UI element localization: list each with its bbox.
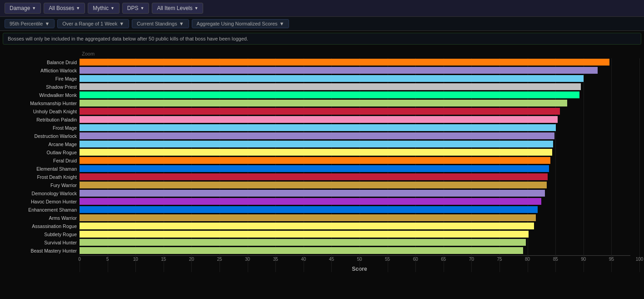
bar-row: Demonology Warlock [5, 189, 639, 197]
zoom-label: Zoom [82, 51, 639, 56]
bar-track [80, 190, 630, 197]
percentile-arrow-icon: ▼ [45, 21, 50, 26]
all-bosses-label: All Bosses [49, 5, 74, 11]
bar-row: Assassination Rogue [5, 222, 639, 230]
bar-track [80, 116, 630, 123]
bar-row: Outlaw Rogue [5, 148, 639, 156]
bar-row: Retribution Paladin [5, 116, 639, 123]
x-tick-label: 40 [301, 257, 306, 262]
x-tick-label: 85 [553, 257, 558, 262]
info-bar: Bosses will only be included in the aggr… [3, 33, 641, 45]
grid-line [639, 58, 640, 272]
bar-row: Havoc Demon Hunter [5, 198, 639, 205]
bar-fill [80, 124, 556, 131]
bar-row: Arcane Mage [5, 140, 639, 148]
bar-fill [80, 132, 554, 139]
bar-track [80, 108, 630, 115]
x-tick-label: 0 [78, 257, 81, 262]
standings-label: Current Standings [137, 21, 177, 26]
chart-container: Zoom Balance DruidAffliction WarlockFire… [0, 46, 644, 286]
bar-row: Subtlety Rogue [5, 230, 639, 238]
filter-bar: 95th Percentile ▼ Over a Range of 1 Week… [0, 17, 644, 31]
top-navigation: Damage ▼ All Bosses ▼ Mythic ▼ DPS ▼ All… [0, 0, 644, 17]
bar-label: Arcane Mage [5, 142, 80, 147]
damage-button[interactable]: Damage ▼ [5, 3, 41, 14]
bar-label: Arms Warrior [5, 215, 80, 221]
bar-label: Elemental Shaman [5, 166, 80, 172]
x-tick-label: 75 [497, 257, 502, 262]
all-item-levels-button[interactable]: All Item Levels ▼ [152, 3, 203, 14]
x-tick-label: 55 [385, 257, 390, 262]
x-tick-label: 95 [609, 257, 614, 262]
x-tick-label: 10 [133, 257, 138, 262]
bar-fill [80, 214, 536, 221]
bar-label: Unholy Death Knight [5, 109, 80, 114]
bar-fill [80, 198, 541, 205]
bar-fill [80, 206, 538, 213]
bar-fill [80, 100, 567, 106]
dps-arrow-icon: ▼ [140, 6, 145, 10]
bar-fill [80, 239, 526, 246]
bar-row: Unholy Death Knight [5, 107, 639, 115]
x-tick-label: 70 [469, 257, 474, 262]
x-tick-label: 100 [636, 257, 644, 262]
bar-row: Enhancement Shaman [5, 206, 639, 213]
mythic-button[interactable]: Mythic ▼ [88, 3, 120, 14]
bar-label: Retribution Paladin [5, 117, 80, 122]
bar-label: Fire Mage [5, 76, 80, 81]
all-bosses-button[interactable]: All Bosses ▼ [44, 3, 85, 14]
bar-fill [80, 173, 548, 180]
x-tick-label: 80 [525, 257, 530, 262]
bar-track [80, 67, 630, 74]
bar-track [80, 247, 630, 254]
bar-label: Shadow Priest [5, 84, 80, 90]
bar-track [80, 223, 630, 229]
bar-fill [80, 190, 545, 197]
x-tick-label: 5 [106, 257, 109, 262]
x-axis-label: Score [80, 266, 639, 272]
bar-fill [80, 141, 553, 147]
bar-label: Destruction Warlock [5, 133, 80, 139]
bar-label: Subtlety Rogue [5, 232, 80, 237]
percentile-filter[interactable]: 95th Percentile ▼ [5, 19, 55, 28]
x-tick-label: 50 [357, 257, 362, 262]
x-ticks-row: 0510152025303540455055606570758085909510… [80, 256, 630, 264]
bar-row: Destruction Warlock [5, 132, 639, 140]
bar-track [80, 182, 630, 188]
bar-track [80, 165, 630, 172]
x-tick-label: 60 [413, 257, 418, 262]
bar-fill [80, 59, 609, 66]
bar-label: Balance Druid [5, 60, 80, 65]
bar-track [80, 149, 630, 156]
x-tick-label: 25 [217, 257, 222, 262]
bar-label: Havoc Demon Hunter [5, 199, 80, 204]
bar-track [80, 231, 630, 238]
bar-label: Frost Death Knight [5, 174, 80, 180]
bar-track [80, 206, 630, 213]
bar-track [80, 239, 630, 246]
time-range-filter[interactable]: Over a Range of 1 Week ▼ [57, 19, 129, 28]
bar-label: Beast Mastery Hunter [5, 248, 80, 253]
bar-row: Fury Warrior [5, 181, 639, 189]
bar-label: Fury Warrior [5, 182, 80, 188]
bar-row: Shadow Priest [5, 83, 639, 91]
standings-filter[interactable]: Current Standings ▼ [132, 19, 189, 28]
dps-button[interactable]: DPS ▼ [122, 3, 150, 14]
bar-row: Affliction Warlock [5, 66, 639, 74]
bar-row: Survival Hunter [5, 238, 639, 246]
bar-fill [80, 165, 549, 172]
rows-div: Balance DruidAffliction WarlockFire Mage… [5, 58, 639, 272]
bar-track [80, 75, 630, 82]
bar-row: Elemental Shaman [5, 165, 639, 172]
bar-fill [80, 182, 547, 188]
damage-label: Damage [10, 5, 30, 11]
all-bosses-arrow-icon: ▼ [76, 6, 80, 10]
aggregate-filter[interactable]: Aggregate Using Normalized Scores ▼ [192, 19, 290, 28]
standings-arrow-icon: ▼ [179, 21, 184, 26]
bar-fill [80, 108, 560, 115]
x-tick-label: 15 [161, 257, 166, 262]
percentile-label: 95th Percentile [10, 21, 43, 26]
time-range-label: Over a Range of 1 Week [62, 21, 117, 26]
bar-row: Arms Warrior [5, 214, 639, 222]
bar-row: Windwalker Monk [5, 91, 639, 99]
